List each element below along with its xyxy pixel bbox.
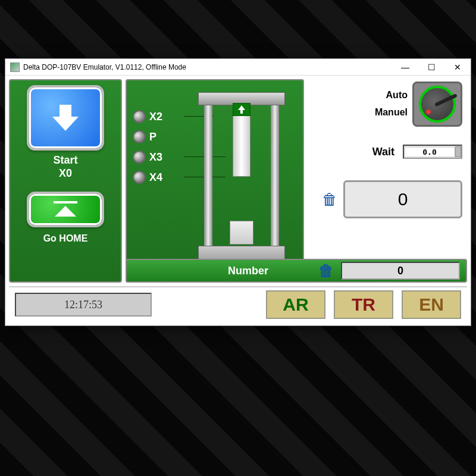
start-text: Start	[53, 154, 77, 166]
led-icon	[133, 151, 146, 164]
sensor-column: X2 P X3 X4	[133, 86, 186, 275]
go-home-button[interactable]	[27, 192, 104, 227]
sensor-x2: X2	[133, 110, 186, 123]
mode-block: Auto Manuel	[375, 82, 462, 127]
mode-manual-label: Manuel	[375, 104, 408, 121]
press-column	[204, 104, 212, 258]
dial-face	[419, 86, 456, 123]
press-column	[271, 104, 279, 258]
up-arrow-icon	[238, 105, 245, 114]
emulator-window: Delta DOP-107BV Emulator, V1.0112, Offli…	[5, 58, 471, 326]
machine-panel: X2 P X3 X4	[126, 79, 304, 283]
wait-value: 0.0	[405, 148, 454, 156]
press-workpiece	[230, 221, 253, 245]
start-label: Start X0	[53, 154, 77, 180]
press-graphic	[186, 86, 297, 275]
lang-tr-button[interactable]: TR	[334, 290, 393, 319]
wait-input[interactable]: 0.0	[403, 145, 462, 159]
number-label: Number	[228, 265, 268, 277]
ram-up-indicator	[233, 103, 250, 116]
number-bar: Number 🗑 0	[126, 259, 467, 283]
sensor-x4: X4	[133, 171, 186, 184]
trash-icon[interactable]: 🗑	[318, 262, 333, 280]
wait-row: Wait 0.0	[372, 145, 462, 159]
sensor-x4-label: X4	[149, 171, 162, 184]
minimize-button[interactable]: —	[392, 59, 418, 76]
sensor-p-label: P	[149, 131, 156, 143]
led-icon	[133, 171, 146, 184]
left-panel: Start X0 Go HOME	[9, 79, 122, 283]
sensor-x3-label: X3	[149, 151, 162, 164]
start-button[interactable]	[27, 85, 104, 151]
counter-row: 🗑 0	[322, 180, 462, 218]
wait-label: Wait	[372, 146, 394, 158]
close-button[interactable]: ✕	[444, 59, 471, 76]
dial-needle	[434, 93, 458, 107]
sensor-p: P	[133, 130, 186, 143]
press-frame	[204, 92, 279, 270]
number-display[interactable]: 0	[341, 262, 460, 280]
wait-slider-handle[interactable]	[455, 146, 461, 157]
counter-display[interactable]: 0	[343, 180, 462, 218]
mode-labels: Auto Manuel	[375, 87, 408, 121]
maximize-button[interactable]: ☐	[418, 59, 444, 76]
right-panel: Auto Manuel Wait 0.0 🗑	[308, 79, 467, 283]
mode-dial[interactable]	[412, 82, 462, 127]
clock-display: 12:17:53	[15, 293, 152, 317]
trash-icon[interactable]: 🗑	[322, 190, 336, 209]
window-title: Delta DOP-107BV Emulator, V1.0112, Offli…	[23, 63, 392, 71]
down-arrow-icon	[49, 101, 82, 134]
sensor-x3: X3	[133, 151, 186, 164]
led-icon	[133, 110, 146, 123]
svg-rect-0	[54, 201, 77, 203]
led-icon	[133, 130, 146, 143]
go-home-label: Go HOME	[43, 233, 88, 244]
lang-ar-button[interactable]: AR	[266, 290, 325, 319]
dial-indicator-dot	[426, 109, 431, 114]
hmi-screen: Start X0 Go HOME X2 P	[5, 76, 471, 325]
app-icon	[10, 62, 20, 72]
press-ram	[233, 105, 250, 177]
home-up-icon	[49, 199, 82, 220]
bottom-bar: 12:17:53 AR TR EN	[9, 286, 467, 322]
start-io-text: X0	[59, 167, 72, 179]
lang-en-button[interactable]: EN	[402, 290, 461, 319]
mode-auto-label: Auto	[375, 87, 408, 104]
titlebar[interactable]: Delta DOP-107BV Emulator, V1.0112, Offli…	[5, 59, 471, 76]
sensor-x2-label: X2	[149, 111, 162, 123]
